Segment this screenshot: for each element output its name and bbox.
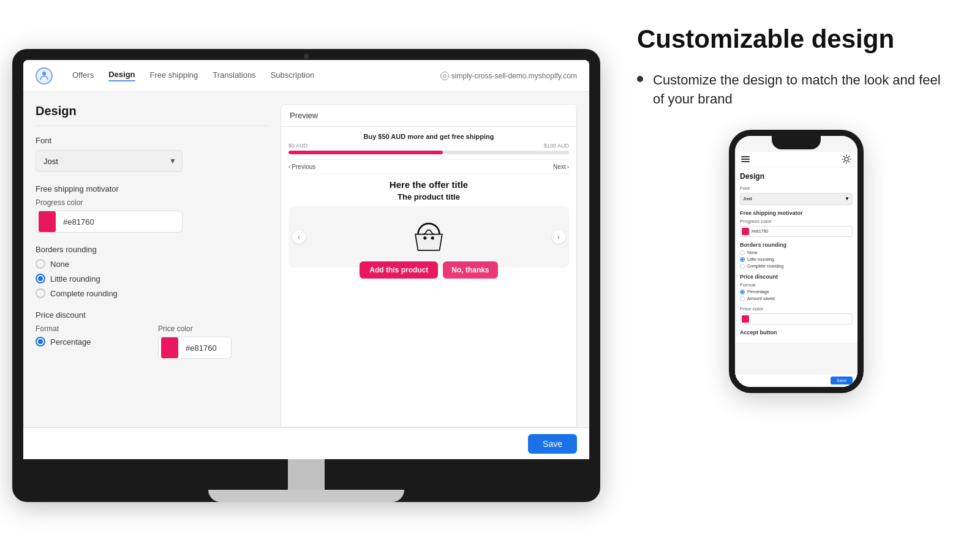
nav-offers[interactable]: Offers: [72, 70, 94, 81]
phone-section-title: Design: [740, 172, 853, 181]
phone-app-bar: [735, 152, 858, 167]
radio-little[interactable]: Little rounding: [36, 274, 268, 283]
product-title: The product title: [288, 192, 569, 201]
nav-design[interactable]: Design: [108, 70, 135, 81]
add-product-button[interactable]: Add this product: [360, 261, 438, 279]
phone-area: Design Font Jost ▼ Free shipping motivat…: [637, 130, 956, 539]
format-radio-group: Percentage: [36, 337, 146, 347]
radio-label-complete: Complete rounding: [50, 289, 118, 298]
hamburger-icon[interactable]: [741, 156, 750, 162]
price-color-column: Price color #e81760: [158, 324, 268, 359]
phone-radio-none[interactable]: None: [740, 250, 853, 255]
radio-circle-complete: [36, 288, 45, 298]
store-url-area: ⊙ simply-cross-sell-demo.myshopify.com: [440, 72, 577, 80]
monitor: Offers Design Free shipping Translations…: [12, 49, 600, 502]
shipping-bar-area: Buy $50 AUD more and get free shipping $…: [288, 133, 569, 154]
radio-circle-percentage: [36, 337, 45, 347]
nav-translations[interactable]: Translations: [213, 70, 255, 81]
phone-font-label: Font: [740, 186, 853, 191]
phone-radio-complete[interactable]: Complete rounding: [740, 264, 853, 269]
phone-price-discount-section: Price discount Format Percentage Amount …: [740, 274, 853, 324]
phone-radio-amount[interactable]: Amount saved: [740, 296, 853, 301]
phone-radio-none-label: None: [747, 250, 758, 255]
phone-radio-percentage[interactable]: Percentage: [740, 290, 853, 294]
phone-format-group: Percentage Amount saved: [740, 290, 853, 301]
phone-price-discount-label: Price discount: [740, 274, 853, 280]
radio-label-percentage: Percentage: [50, 337, 91, 347]
radio-label-little: Little rounding: [50, 274, 100, 283]
product-image-area: ‹ ›: [288, 206, 569, 268]
svg-point-4: [845, 157, 848, 161]
font-label: Font: [36, 136, 268, 145]
phone-radio-little-label: Little rounding: [747, 257, 774, 261]
previous-label: Previous: [292, 163, 315, 170]
phone-select-arrow: ▼: [845, 196, 850, 201]
save-button[interactable]: Save: [528, 434, 577, 454]
next-button[interactable]: Next ›: [553, 163, 569, 170]
content-area: Design Font Jost Inter Roboto ▼: [23, 92, 589, 427]
phone-radio-circle-none: [740, 250, 745, 255]
nav-links: Offers Design Free shipping Translations…: [72, 70, 314, 81]
rounding-radio-group: None Little rounding Complete rounding: [36, 259, 268, 298]
feature-bullet-1: Customize the design to match the look a…: [637, 71, 956, 109]
font-select[interactable]: Jost Inter Roboto: [36, 150, 183, 172]
phone-radio-pct-label: Percentage: [747, 290, 769, 294]
progress-track: [288, 151, 569, 154]
phone-color-row[interactable]: #e81760: [740, 226, 853, 237]
phone-price-color-row[interactable]: [740, 313, 853, 324]
app-logo-icon: [36, 67, 53, 84]
monitor-stand-neck: [288, 459, 325, 490]
borders-rounding-label: Borders rounding: [36, 245, 268, 254]
radio-complete[interactable]: Complete rounding: [36, 288, 268, 298]
progress-color-input[interactable]: #e81760: [36, 211, 183, 233]
font-select-wrapper: Jost Inter Roboto ▼: [36, 150, 183, 172]
app-nav: Offers Design Free shipping Translations…: [23, 60, 589, 92]
next-chevron-icon: ›: [567, 163, 569, 170]
shipping-bar-start: $0 AUD: [288, 143, 307, 149]
bottom-bar: Save: [23, 427, 589, 459]
price-color-input[interactable]: #e81760: [158, 337, 232, 359]
free-shipping-label: Free shipping motivator: [36, 184, 268, 193]
store-icon: ⊙: [440, 72, 449, 80]
page-title: Design: [36, 104, 268, 126]
phone-save-button[interactable]: Save: [831, 377, 853, 384]
shipping-bar-labels: $0 AUD $100 AUD: [288, 143, 569, 149]
no-thanks-button[interactable]: No, thanks: [443, 261, 497, 279]
phone-radio-circle-little: [740, 257, 745, 262]
phone-color-swatch: [742, 228, 749, 235]
nav-subscription[interactable]: Subscription: [271, 70, 315, 81]
radio-circle-none: [36, 259, 45, 269]
preview-nav-row: ‹ Previous Next ›: [288, 159, 569, 174]
svg-point-1: [42, 72, 46, 75]
progress-color-label: Progress color: [36, 198, 268, 207]
price-discount-label: Price discount: [36, 310, 268, 320]
previous-button[interactable]: ‹ Previous: [288, 163, 315, 170]
phone-radio-circle-complete: [740, 264, 745, 269]
progress-fill: [288, 151, 443, 154]
preview-header: Preview: [281, 105, 576, 127]
radio-none[interactable]: None: [36, 259, 268, 269]
monitor-screen: Offers Design Free shipping Translations…: [23, 60, 589, 459]
feature-title: Customizable design: [637, 24, 956, 54]
store-url-text: simply-cross-sell-demo.myshopify.com: [451, 72, 577, 80]
nav-free-shipping[interactable]: Free shipping: [150, 70, 198, 81]
app-content: Design Font Jost Inter Roboto ▼: [23, 92, 589, 459]
arrow-left-button[interactable]: ‹: [292, 230, 306, 244]
phone-settings-icon[interactable]: [842, 154, 851, 164]
phone-radio-circle-pct: [740, 290, 745, 294]
arrow-right-button[interactable]: ›: [552, 230, 565, 244]
phone-format-label: Format: [740, 282, 853, 288]
phone-price-color-label: Price color: [740, 306, 853, 312]
phone-borders-rounding-label: Borders rounding: [740, 242, 853, 248]
phone-font-select[interactable]: Jost ▼: [740, 193, 853, 205]
next-label: Next: [553, 163, 566, 170]
phone-bottom-bar: Save: [735, 373, 858, 387]
phone-progress-color-label: Progress color: [740, 219, 853, 224]
phone-radio-little[interactable]: Little rounding: [740, 257, 853, 262]
left-section: Offers Design Free shipping Translations…: [0, 0, 612, 551]
phone-color-text: #e81760: [752, 229, 768, 233]
bullet-dot-icon: [637, 76, 643, 82]
radio-percentage[interactable]: Percentage: [36, 337, 146, 347]
radio-label-none: None: [50, 260, 69, 269]
color-swatch: [39, 211, 56, 232]
